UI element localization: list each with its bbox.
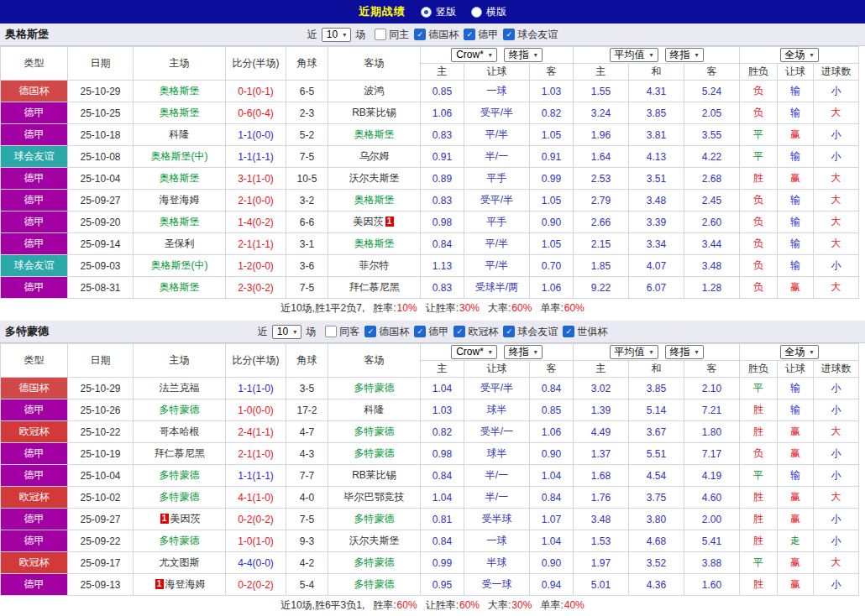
away-team-cell[interactable]: RB莱比锡: [328, 102, 421, 124]
layout-radio-vertical[interactable]: 竖版: [421, 5, 456, 19]
home-team-cell[interactable]: 奥格斯堡: [134, 81, 226, 102]
match-count-select[interactable]: 10 ▾: [322, 28, 351, 42]
corner-count: 7-5: [286, 146, 328, 168]
filter-option-德甲[interactable]: ✓德甲: [464, 28, 498, 42]
checkbox-checked-icon[interactable]: ✓: [503, 29, 515, 40]
radio-selected-icon[interactable]: [421, 7, 432, 18]
away-team-cell[interactable]: 奥格斯堡: [328, 190, 421, 211]
away-team-cell[interactable]: 多特蒙德: [328, 574, 421, 596]
filter-option-球会友谊[interactable]: ✓球会友谊: [503, 28, 558, 42]
checkbox-unchecked-icon[interactable]: [375, 29, 386, 40]
average-odds-value: 9.22: [574, 277, 629, 299]
average-select[interactable]: 平均值▾: [610, 48, 658, 62]
full-match-select[interactable]: 全场▾: [780, 345, 819, 359]
sub-header-avg-away: 客: [684, 64, 740, 81]
home-team-cell[interactable]: 奥格斯堡: [134, 102, 226, 124]
away-team-cell[interactable]: 菲尔特: [328, 255, 421, 277]
home-team-cell[interactable]: 1海登海姆: [134, 574, 226, 596]
home-team-cell[interactable]: 拜仁慕尼黑: [134, 443, 226, 465]
away-team-cell[interactable]: 乌尔姆: [328, 146, 421, 168]
layout-radio-horizontal[interactable]: 横版: [471, 5, 506, 19]
checkbox-checked-icon[interactable]: ✓: [464, 29, 475, 40]
filter-option-同客[interactable]: 同客: [325, 325, 359, 339]
radio-unselected-icon[interactable]: [471, 7, 482, 18]
home-team-cell[interactable]: 奥格斯堡: [134, 211, 226, 233]
away-team-cell[interactable]: 科隆: [328, 399, 421, 421]
home-team-cell[interactable]: 圣保利: [134, 233, 226, 255]
home-team-cell[interactable]: 科隆: [134, 124, 226, 146]
away-team-cell[interactable]: 沃尔夫斯堡: [328, 168, 421, 190]
filter-option-同主[interactable]: 同主: [375, 28, 409, 42]
home-team-cell[interactable]: 奥格斯堡(中): [134, 255, 226, 277]
filter-option-球会友谊[interactable]: ✓球会友谊: [503, 325, 558, 339]
home-team-cell[interactable]: 法兰克福: [134, 378, 226, 399]
handicap-odds-value: 0.83: [421, 124, 464, 146]
away-team-cell[interactable]: 多特蒙德: [328, 443, 421, 465]
away-team-cell[interactable]: 沃尔夫斯堡: [328, 530, 421, 552]
match-score: 2-1(1-1): [226, 233, 286, 255]
away-team-cell[interactable]: 多特蒙德: [328, 421, 421, 443]
full-match-select[interactable]: 全场▾: [780, 48, 819, 62]
handicap-odds-value: 1.06: [530, 421, 574, 443]
home-team-cell[interactable]: 奥格斯堡: [134, 168, 226, 190]
home-team-cell[interactable]: 多特蒙德: [134, 530, 226, 552]
checkbox-checked-icon[interactable]: ✓: [414, 29, 426, 40]
col-header-type: 类型: [1, 344, 68, 378]
competition-badge: 德甲: [1, 443, 68, 465]
checkbox-checked-icon[interactable]: ✓: [364, 326, 376, 337]
home-team-cell[interactable]: 奥格斯堡(中): [134, 146, 226, 168]
match-score: 1-1(1-0): [226, 378, 286, 399]
away-team-cell[interactable]: 多特蒙德: [328, 378, 421, 399]
filter-option-德国杯[interactable]: ✓德国杯: [414, 28, 459, 42]
home-team-cell[interactable]: 奥格斯堡: [134, 277, 226, 299]
away-team-cell[interactable]: 奥格斯堡: [328, 124, 421, 146]
match-rows: 德国杯25-10-29法兰克福1-1(1-0)3-5多特蒙德1.04受平/半0.…: [1, 378, 859, 596]
recent-results-table: 类型 日期 主场 比分(半场) 角球 客场 Crow*▾ 终指▾ 平均值▾ 终指…: [0, 46, 859, 299]
away-team-cell[interactable]: RB莱比锡: [328, 465, 421, 487]
away-team-cell[interactable]: 拜仁慕尼黑: [328, 277, 421, 299]
filter-option-欧冠杯[interactable]: ✓欧冠杯: [453, 325, 498, 339]
filter-option-世俱杯[interactable]: ✓世俱杯: [563, 325, 607, 339]
home-team-cell[interactable]: 1美因茨: [134, 509, 226, 530]
away-team-cell[interactable]: 毕尔巴鄂竞技: [328, 487, 421, 509]
average-select[interactable]: 平均值▾: [610, 345, 658, 359]
filter-bar: 近 10 ▾ 场 同客✓德国杯✓德甲✓欧冠杯✓球会友谊✓世俱杯: [258, 325, 607, 339]
chevron-down-icon: ▾: [343, 29, 346, 40]
filter-option-德甲[interactable]: ✓德甲: [414, 325, 448, 339]
average-odds-value: 5.14: [629, 399, 684, 421]
checkbox-checked-icon[interactable]: ✓: [503, 326, 515, 337]
bookmaker-select[interactable]: Crow*▾: [451, 48, 497, 62]
final-index-select-2[interactable]: 终指▾: [665, 48, 704, 62]
chevron-down-icon: ▾: [650, 347, 653, 358]
filter-option-德国杯[interactable]: ✓德国杯: [364, 325, 409, 339]
away-team-cell[interactable]: 多特蒙德: [328, 552, 421, 574]
team-name-text: 美因茨: [170, 513, 201, 525]
away-team-cell[interactable]: 多特蒙德: [328, 509, 421, 530]
handicap-odds-value: 0.98: [421, 443, 464, 465]
competition-badge: 欧冠杯: [1, 421, 68, 443]
home-team-cell[interactable]: 多特蒙德: [134, 487, 226, 509]
result-value: 输: [778, 81, 814, 102]
home-team-cell[interactable]: 尤文图斯: [134, 552, 226, 574]
away-team-cell[interactable]: 美因茨1: [328, 211, 421, 233]
final-index-select-2[interactable]: 终指▾: [665, 345, 704, 359]
chevron-down-icon: ▾: [489, 50, 492, 60]
handicap-odds-value: 1.04: [530, 530, 574, 552]
bookmaker-select[interactable]: Crow*▾: [451, 345, 497, 359]
match-count-select[interactable]: 10 ▾: [272, 325, 301, 339]
checkbox-checked-icon[interactable]: ✓: [563, 326, 574, 337]
home-team-cell[interactable]: 多特蒙德: [134, 399, 226, 421]
away-team-cell[interactable]: 奥格斯堡: [328, 233, 421, 255]
home-team-cell[interactable]: 海登海姆: [134, 190, 226, 211]
final-index-select[interactable]: 终指▾: [504, 48, 543, 62]
team-name-text: 沃尔夫斯堡: [349, 172, 400, 184]
checkbox-checked-icon[interactable]: ✓: [453, 326, 465, 337]
checkbox-unchecked-icon[interactable]: [325, 326, 337, 337]
checkbox-checked-icon[interactable]: ✓: [414, 326, 426, 337]
home-team-cell[interactable]: 多特蒙德: [134, 465, 226, 487]
corner-count: 4-3: [286, 443, 328, 465]
final-index-select[interactable]: 终指▾: [504, 345, 543, 359]
away-team-cell[interactable]: 波鸿: [328, 81, 421, 102]
home-team-cell[interactable]: 哥本哈根: [134, 421, 226, 443]
match-score: 2-4(1-1): [226, 421, 286, 443]
